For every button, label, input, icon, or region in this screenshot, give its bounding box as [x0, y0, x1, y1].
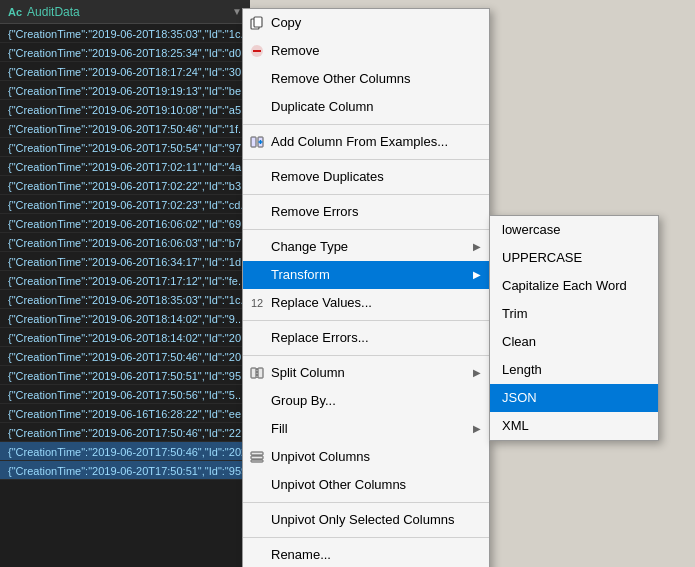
- svg-rect-4: [251, 137, 256, 147]
- table-row: {"CreationTime":"2019-06-20T17:50:46","I…: [0, 442, 250, 461]
- submenu-item-label-lowercase: lowercase: [502, 222, 561, 237]
- table-header-icon: Ac: [8, 6, 22, 18]
- table-row: {"CreationTime":"2019-06-20T18:14:02","I…: [0, 309, 250, 328]
- table-row: {"CreationTime":"2019-06-20T18:17:24","I…: [0, 62, 250, 81]
- menu-item-label-rename: Rename...: [271, 547, 331, 562]
- menu-item-unpivot-other-columns[interactable]: Unpivot Other Columns: [243, 471, 489, 499]
- menu-item-change-type[interactable]: Change Type: [243, 233, 489, 261]
- table-row: {"CreationTime":"2019-06-20T17:50:51","I…: [0, 461, 250, 480]
- split-icon: [247, 363, 267, 383]
- menu-item-label-fill: Fill: [271, 421, 288, 436]
- menu-separator: [243, 194, 489, 195]
- menu-item-label-unpivot-only-selected: Unpivot Only Selected Columns: [271, 512, 455, 527]
- menu-item-label-replace-errors: Replace Errors...: [271, 330, 369, 345]
- submenu-item-lowercase[interactable]: lowercase: [490, 216, 658, 244]
- menu-separator: [243, 124, 489, 125]
- menu-item-split-column[interactable]: Split Column: [243, 359, 489, 387]
- submenu-item-label-capitalize-each-word: Capitalize Each Word: [502, 278, 627, 293]
- menu-item-remove[interactable]: Remove: [243, 37, 489, 65]
- table-row: {"CreationTime":"2019-06-20T16:06:02","I…: [0, 214, 250, 233]
- submenu-item-label-clean: Clean: [502, 334, 536, 349]
- menu-item-label-remove-errors: Remove Errors: [271, 204, 358, 219]
- table-row: {"CreationTime":"2019-06-20T18:35:03","I…: [0, 290, 250, 309]
- menu-item-duplicate-column[interactable]: Duplicate Column: [243, 93, 489, 121]
- submenu-item-trim[interactable]: Trim: [490, 300, 658, 328]
- menu-item-transform[interactable]: Transform: [243, 261, 489, 289]
- table-row: {"CreationTime":"2019-06-20T17:50:54","I…: [0, 138, 250, 157]
- add-col-icon: [247, 132, 267, 152]
- table-row: {"CreationTime":"2019-06-20T16:06:03","I…: [0, 233, 250, 252]
- menu-item-replace-values[interactable]: 12 Replace Values...: [243, 289, 489, 317]
- table-header: Ac AuditData ▼: [0, 0, 250, 24]
- menu-item-label-unpivot-other-columns: Unpivot Other Columns: [271, 477, 406, 492]
- unpivot-icon: [247, 447, 267, 467]
- menu-separator: [243, 355, 489, 356]
- transform-submenu[interactable]: lowercaseUPPERCASECapitalize Each WordTr…: [489, 215, 659, 441]
- svg-rect-10: [258, 368, 263, 378]
- table-row: {"CreationTime":"2019-06-20T17:50:56","I…: [0, 385, 250, 404]
- table-row: {"CreationTime":"2019-06-16T16:28:22","I…: [0, 404, 250, 423]
- replace-icon: 12: [247, 293, 267, 313]
- table-row: {"CreationTime":"2019-06-20T17:50:46","I…: [0, 119, 250, 138]
- submenu-item-label-uppercase: UPPERCASE: [502, 250, 582, 265]
- table-row: {"CreationTime":"2019-06-20T17:02:22","I…: [0, 176, 250, 195]
- menu-item-label-split-column: Split Column: [271, 365, 345, 380]
- menu-item-label-copy: Copy: [271, 15, 301, 30]
- submenu-item-label-length: Length: [502, 362, 542, 377]
- svg-rect-1: [254, 17, 262, 27]
- table-row: {"CreationTime":"2019-06-20T17:02:11","I…: [0, 157, 250, 176]
- submenu-item-uppercase[interactable]: UPPERCASE: [490, 244, 658, 272]
- submenu-item-length[interactable]: Length: [490, 356, 658, 384]
- table-row: {"CreationTime":"2019-06-20T17:50:51","I…: [0, 366, 250, 385]
- copy-icon: [247, 13, 267, 33]
- menu-item-label-remove-other-columns: Remove Other Columns: [271, 71, 410, 86]
- table-row: {"CreationTime":"2019-06-20T19:19:13","I…: [0, 81, 250, 100]
- table-row: {"CreationTime":"2019-06-20T18:25:34","I…: [0, 43, 250, 62]
- submenu-item-label-xml: XML: [502, 418, 529, 433]
- table-row: {"CreationTime":"2019-06-20T18:35:03","I…: [0, 24, 250, 43]
- menu-item-copy[interactable]: Copy: [243, 9, 489, 37]
- submenu-item-label-trim: Trim: [502, 306, 528, 321]
- submenu-item-clean[interactable]: Clean: [490, 328, 658, 356]
- table-row: {"CreationTime":"2019-06-20T17:02:23","I…: [0, 195, 250, 214]
- svg-text:12: 12: [251, 297, 263, 309]
- menu-item-add-column-from-examples[interactable]: Add Column From Examples...: [243, 128, 489, 156]
- menu-item-label-replace-values: Replace Values...: [271, 295, 372, 310]
- table-row: {"CreationTime":"2019-06-20T17:50:46","I…: [0, 423, 250, 442]
- menu-item-label-remove-duplicates: Remove Duplicates: [271, 169, 384, 184]
- menu-item-remove-other-columns[interactable]: Remove Other Columns: [243, 65, 489, 93]
- menu-separator: [243, 159, 489, 160]
- svg-rect-9: [251, 368, 256, 378]
- table-row: {"CreationTime":"2019-06-20T18:14:02","I…: [0, 328, 250, 347]
- menu-item-unpivot-columns[interactable]: Unpivot Columns: [243, 443, 489, 471]
- menu-item-label-remove: Remove: [271, 43, 319, 58]
- menu-item-label-unpivot-columns: Unpivot Columns: [271, 449, 370, 464]
- submenu-item-capitalize-each-word[interactable]: Capitalize Each Word: [490, 272, 658, 300]
- svg-rect-12: [251, 452, 263, 455]
- submenu-item-label-json: JSON: [502, 390, 537, 405]
- table-row: {"CreationTime":"2019-06-20T16:34:17","I…: [0, 252, 250, 271]
- svg-rect-13: [251, 456, 263, 459]
- menu-separator: [243, 320, 489, 321]
- menu-item-rename[interactable]: Rename...: [243, 541, 489, 567]
- menu-item-remove-duplicates[interactable]: Remove Duplicates: [243, 163, 489, 191]
- table-row: {"CreationTime":"2019-06-20T17:17:12","I…: [0, 271, 250, 290]
- menu-item-label-duplicate-column: Duplicate Column: [271, 99, 374, 114]
- submenu-item-xml[interactable]: XML: [490, 412, 658, 440]
- data-table-background: Ac AuditData ▼ {"CreationTime":"2019-06-…: [0, 0, 250, 567]
- menu-item-label-change-type: Change Type: [271, 239, 348, 254]
- menu-item-unpivot-only-selected[interactable]: Unpivot Only Selected Columns: [243, 506, 489, 534]
- menu-item-group-by[interactable]: Group By...: [243, 387, 489, 415]
- submenu-item-json[interactable]: JSON: [490, 384, 658, 412]
- table-row: {"CreationTime":"2019-06-20T19:10:08","I…: [0, 100, 250, 119]
- menu-item-label-group-by: Group By...: [271, 393, 336, 408]
- menu-item-remove-errors[interactable]: Remove Errors: [243, 198, 489, 226]
- header-dropdown-icon: ▼: [232, 6, 242, 17]
- context-menu[interactable]: Copy RemoveRemove Other ColumnsDuplicate…: [242, 8, 490, 567]
- table-row: {"CreationTime":"2019-06-20T17:50:46","I…: [0, 347, 250, 366]
- menu-item-replace-errors[interactable]: Replace Errors...: [243, 324, 489, 352]
- data-rows-container: {"CreationTime":"2019-06-20T18:35:03","I…: [0, 24, 250, 480]
- table-header-title: AuditData: [27, 5, 80, 19]
- menu-item-fill[interactable]: Fill: [243, 415, 489, 443]
- svg-rect-14: [251, 460, 263, 462]
